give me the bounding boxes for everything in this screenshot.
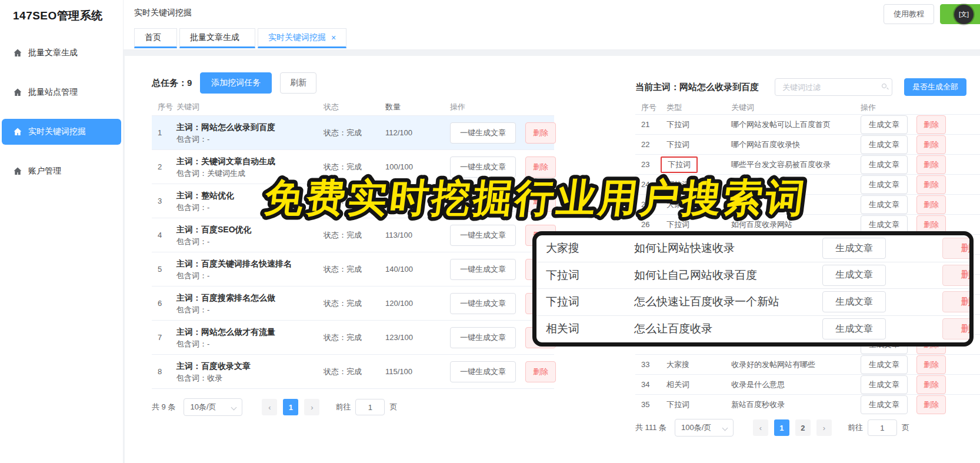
generate-article-button[interactable]: 一键生成文章 (450, 156, 516, 178)
delete-button[interactable]: 删除 (916, 395, 946, 414)
task-status: 状态：完成 (324, 332, 385, 343)
generate-article-button[interactable]: 生成文章 (861, 375, 908, 394)
generate-article-button[interactable]: 生成文章 (861, 175, 908, 194)
task-main-word: 主词：百度关键词排名快速排名 (176, 254, 294, 271)
task-actions: 一键生成文章 删除 (438, 122, 556, 144)
page-size-select[interactable]: 100条/页 (675, 419, 734, 437)
delete-button[interactable]: 删除 (916, 135, 946, 154)
include-value: 关键词生成 (207, 169, 245, 178)
prev-page-button[interactable]: ‹ (753, 419, 768, 436)
generate-article-button[interactable]: 生成文章 (861, 355, 908, 374)
delete-button[interactable]: 删除 (916, 155, 946, 174)
delete-button[interactable]: 删除 (942, 318, 974, 339)
next-page-button[interactable]: › (816, 419, 832, 436)
generate-article-button[interactable]: 生成文章 (822, 291, 886, 312)
task-row[interactable]: 2 主词：关键词文章自动生成 包含词：关键词生成 状态：完成 100/100 一… (152, 150, 554, 184)
generate-article-button[interactable]: 一键生成文章 (450, 191, 516, 212)
page-size-select[interactable]: 10条/页 (184, 398, 242, 416)
task-row[interactable]: 8 主词：百度收录文章 包含词：收录 状态：完成 115/100 一键生成文章 … (152, 355, 554, 389)
keyword-row[interactable]: 25 大家搜 生成文章 删除 (635, 195, 980, 215)
keyword-type: 下拉词 (666, 179, 689, 190)
generate-article-button[interactable]: 生成文章 (861, 395, 908, 414)
close-icon[interactable]: × (331, 33, 336, 42)
keyword-row[interactable]: 21 下拉词 哪个网站发帖可以上百度首页 生成文章 删除 (635, 115, 980, 135)
task-include-word: 包含词：- (176, 202, 324, 216)
tab[interactable]: 首页 (134, 28, 177, 48)
delete-button[interactable]: 删除 (525, 361, 556, 382)
status-value: 完成 (346, 231, 362, 239)
status-value: 完成 (346, 196, 362, 205)
generate-article-button[interactable]: 生成文章 (861, 195, 908, 214)
page-title: 实时关键词挖掘 (134, 8, 192, 18)
tab[interactable]: 批量文章生成 (179, 28, 255, 48)
status-value: 完成 (346, 299, 362, 308)
task-count: 123/100 (385, 333, 438, 342)
delete-button[interactable]: 删除 (916, 375, 946, 394)
task-row[interactable]: 1 主词：网站怎么收录到百度 包含词：- 状态：完成 112/100 一键生成文… (152, 116, 554, 150)
task-row[interactable]: 3 主词：整站优化 包含词：- 状态：完成 一键生成文章 删除 (152, 184, 554, 218)
delete-button[interactable]: 删除 (916, 175, 946, 194)
status-prefix: 状态： (324, 196, 346, 205)
prev-page-button[interactable]: ‹ (262, 399, 277, 415)
include-prefix: 包含词： (176, 237, 207, 246)
task-table-body: 1 主词：网站怎么收录到百度 包含词：- 状态：完成 112/100 一键生成文… (152, 116, 554, 389)
main-word-value: 百度搜索排名怎么做 (201, 293, 275, 302)
page-number-button[interactable]: 2 (795, 419, 811, 436)
keyword-row[interactable]: 33 大家搜 收录好的发帖网站有哪些 生成文章 删除 (635, 355, 980, 375)
goto-page-input[interactable] (868, 419, 897, 436)
task-row[interactable]: 7 主词：网站怎么做才有流量 包含词：- 状态：完成 123/100 一键生成文… (152, 321, 554, 355)
goto-page-input[interactable] (355, 399, 385, 415)
generate-article-button[interactable]: 一键生成文章 (450, 259, 516, 280)
generate-article-button[interactable]: 生成文章 (822, 318, 886, 339)
page-number-button[interactable]: 1 (774, 419, 789, 436)
generate-article-button[interactable]: 生成文章 (861, 115, 908, 134)
generate-article-button[interactable]: 一键生成文章 (450, 225, 516, 246)
delete-button[interactable]: 删除 (942, 265, 974, 286)
keyword-type-cell: 下拉词 (661, 119, 725, 130)
keyword-type-cell: 大家搜 (661, 359, 725, 370)
keyword-row[interactable]: 23 下拉词 哪些平台发文容易被百度收录 生成文章 删除 (635, 155, 980, 175)
floating-widget-icon[interactable]: [文] (954, 5, 974, 24)
help-button[interactable]: 使用教程 (884, 4, 934, 24)
next-page-button[interactable]: › (304, 399, 319, 415)
delete-button[interactable]: 删除 (525, 122, 556, 144)
page-number-button[interactable]: 1 (283, 399, 298, 415)
task-status: 状态：完成 (324, 196, 385, 206)
delete-button[interactable]: 删除 (942, 238, 974, 259)
task-row[interactable]: 6 主词：百度搜索排名怎么做 包含词：- 状态：完成 120/100 一键生成文… (152, 287, 554, 321)
generate-article-button[interactable]: 一键生成文章 (450, 122, 516, 144)
delete-button[interactable]: 删除 (916, 355, 946, 374)
generate-article-button[interactable]: 生成文章 (822, 238, 886, 259)
tab[interactable]: 实时关键词挖掘 × (258, 28, 346, 48)
refresh-button[interactable]: 刷新 (280, 72, 316, 94)
generate-all-button[interactable]: 是否生成全部 (904, 78, 966, 96)
keyword-filter-input[interactable] (775, 78, 892, 96)
page-number-list: 1 (280, 399, 301, 415)
sidebar-item[interactable]: 账户管理 (2, 158, 121, 184)
add-task-button[interactable]: 添加挖词任务 (200, 72, 272, 94)
sidebar-item[interactable]: 实时关键词挖掘 (2, 119, 121, 145)
generate-article-button[interactable]: 生成文章 (861, 155, 908, 174)
sidebar-item[interactable]: 批量文章生成 (2, 40, 121, 66)
keyword-index: 33 (635, 360, 661, 369)
generate-article-button[interactable]: 一键生成文章 (450, 327, 516, 348)
keyword-row[interactable]: 34 相关词 收录是什么意思 生成文章 删除 (635, 375, 980, 395)
delete-button[interactable]: 删除 (916, 115, 946, 134)
delete-button[interactable]: 删除 (525, 191, 556, 212)
generate-article-button[interactable]: 生成文章 (822, 265, 886, 286)
sidebar-item[interactable]: 批量站点管理 (2, 79, 121, 105)
generate-article-button[interactable]: 一键生成文章 (450, 361, 516, 382)
task-row[interactable]: 4 主词：百度SEO优化 包含词：- 状态：完成 113/100 一键生成文章 … (152, 218, 554, 252)
delete-button[interactable]: 删除 (525, 156, 556, 178)
task-row[interactable]: 5 主词：百度关键词排名快速排名 包含词：- 状态：完成 140/100 一键生… (152, 252, 554, 287)
generate-article-button[interactable]: 生成文章 (861, 135, 908, 154)
keyword-row[interactable]: 24 下拉词 生成文章 删除 (635, 175, 980, 195)
keyword-index: 23 (635, 160, 661, 169)
keyword-row[interactable]: 22 下拉词 哪个网站百度收录快 生成文章 删除 (635, 135, 980, 155)
delete-button[interactable]: 删除 (916, 195, 946, 214)
delete-button[interactable]: 删除 (942, 291, 974, 312)
generate-article-button[interactable]: 一键生成文章 (450, 293, 516, 314)
keyword-row[interactable]: 35 下拉词 新站百度秒收录 生成文章 删除 (635, 395, 980, 414)
column-header-ops: 操作 (855, 102, 980, 113)
keyword-index: 24 (635, 180, 661, 189)
